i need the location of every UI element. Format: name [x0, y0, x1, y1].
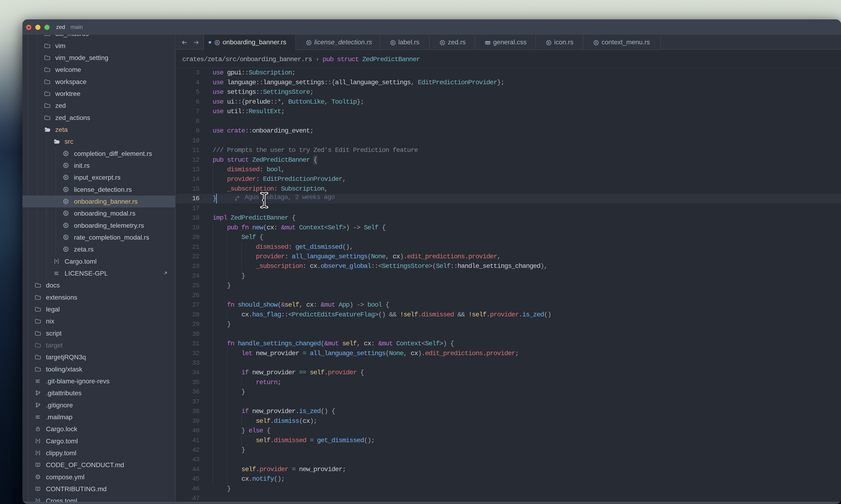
svg-text:R: R [548, 41, 550, 44]
svg-text:CSS: CSS [485, 42, 490, 44]
svg-text:R: R [65, 187, 67, 191]
svg-text:R: R [65, 164, 67, 167]
svg-text:R: R [441, 41, 444, 44]
svg-text:R: R [65, 176, 67, 179]
svg-text:R: R [65, 247, 67, 251]
svg-text:R: R [308, 41, 310, 44]
svg-text:R: R [65, 223, 67, 227]
svg-text:R: R [216, 41, 219, 44]
svg-text:R: R [65, 211, 67, 215]
svg-text:R: R [65, 151, 67, 155]
svg-text:R: R [392, 41, 394, 44]
svg-text:R: R [65, 235, 67, 239]
svg-text:R: R [65, 199, 67, 203]
svg-text:R: R [595, 41, 598, 44]
